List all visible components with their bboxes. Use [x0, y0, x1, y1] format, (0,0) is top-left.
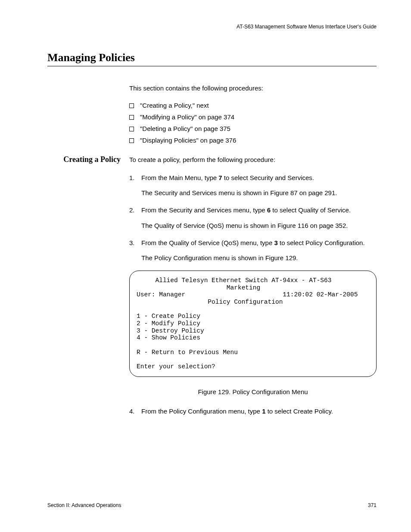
procedure-list: "Creating a Policy," next "Modifying a P…	[129, 102, 377, 144]
bullet-text: "Displaying Policies" on page 376	[140, 137, 236, 144]
step-note: The Security and Services menu is shown …	[141, 188, 377, 198]
step-post: to select Security and Services.	[222, 174, 314, 181]
step-key: 3	[274, 239, 277, 246]
menu-line: Marketing	[137, 284, 260, 291]
subsection-heading: Creating a Policy	[47, 155, 129, 164]
footer-section: Section II: Advanced Operations	[47, 502, 121, 508]
step-post: to select Policy Configuration.	[278, 239, 365, 246]
section-title: Managing Policies	[47, 51, 377, 66]
step-4: 4. From the Policy Configuration menu, t…	[129, 407, 377, 416]
terminal-menu: Allied Telesyn Ethernet Switch AT-94xx -…	[129, 271, 377, 377]
step-text: From the Quality of Service (QoS) menu, …	[141, 238, 377, 248]
list-item: "Displaying Policies" on page 376	[129, 137, 377, 144]
menu-line: Allied Telesyn Ethernet Switch AT-94xx -…	[137, 277, 331, 284]
step-pre: From the Quality of Service (QoS) menu, …	[141, 239, 274, 246]
bullet-text: "Creating a Policy," next	[140, 102, 209, 109]
running-header: AT-S63 Management Software Menus Interfa…	[47, 24, 377, 30]
page-number: 371	[368, 502, 377, 508]
bullet-icon	[129, 138, 134, 143]
subsection-lead: To create a policy, perform the followin…	[129, 155, 377, 165]
list-item: "Modifying a Policy" on page 374	[129, 113, 377, 121]
bullet-text: "Deleting a Policy" on page 375	[140, 125, 230, 132]
step-text: From the Policy Configuration menu, type…	[141, 407, 377, 416]
step-pre: From the Main Menu, type	[141, 174, 218, 181]
step-key: 7	[218, 174, 222, 181]
step-post: to select Create Policy.	[265, 408, 333, 415]
step-1: 1. From the Main Menu, type 7 to select …	[129, 173, 377, 183]
list-item: "Deleting a Policy" on page 375	[129, 125, 377, 132]
step-3: 3. From the Quality of Service (QoS) men…	[129, 238, 377, 248]
menu-line: 1 - Create Policy	[137, 313, 200, 320]
step-note: The Policy Configuration menu is shown i…	[141, 253, 377, 263]
intro-text: This section contains the following proc…	[129, 84, 377, 93]
menu-line: 3 - Destroy Policy	[137, 327, 204, 334]
menu-line: User: Manager 11:20:02 02-Mar-2005	[137, 291, 358, 298]
menu-line: Enter your selection?	[137, 363, 215, 370]
step-pre: From the Security and Services menu, typ…	[141, 206, 267, 214]
step-key: 6	[267, 206, 271, 214]
figure-caption: Figure 129. Policy Configuration Menu	[129, 387, 377, 397]
step-text: From the Security and Services menu, typ…	[141, 205, 377, 215]
menu-line: 4 - Show Policies	[137, 334, 200, 341]
step-2: 2. From the Security and Services menu, …	[129, 205, 377, 215]
step-number: 2.	[129, 205, 141, 215]
bullet-text: "Modifying a Policy" on page 374	[140, 113, 234, 121]
menu-line: Policy Configuration	[137, 299, 283, 305]
step-note: The Quality of Service (QoS) menu is sho…	[141, 221, 377, 230]
menu-line: 2 - Modify Policy	[137, 320, 200, 327]
bullet-icon	[129, 103, 134, 108]
step-text: From the Main Menu, type 7 to select Sec…	[141, 173, 377, 183]
list-item: "Creating a Policy," next	[129, 102, 377, 109]
step-number: 1.	[129, 173, 141, 183]
step-number: 4.	[129, 407, 141, 416]
menu-line: R - Return to Previous Menu	[137, 349, 238, 356]
bullet-icon	[129, 115, 134, 120]
step-number: 3.	[129, 238, 141, 248]
bullet-icon	[129, 127, 134, 131]
step-pre: From the Policy Configuration menu, type	[141, 408, 262, 415]
step-post: to select Quality of Service.	[271, 206, 351, 214]
